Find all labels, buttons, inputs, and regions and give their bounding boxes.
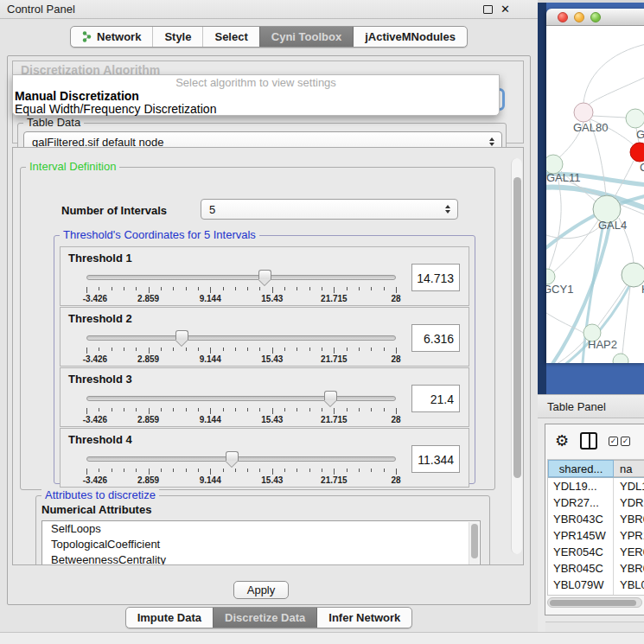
shared-name-cell[interactable]: YBR045C (548, 560, 614, 577)
tab-select[interactable]: Select (202, 27, 258, 47)
name-cell[interactable]: YBR0 (614, 560, 644, 577)
tab-discretize-data[interactable]: Discretize Data (213, 608, 316, 628)
name-cell[interactable]: YLR3 (614, 593, 644, 596)
threshold-slider[interactable]: -3.4262.8599.14415.4321.71528 (86, 328, 396, 363)
slider-tick (247, 408, 248, 411)
slider-tick (359, 348, 360, 351)
slider-tick (384, 469, 385, 472)
shared-name-cell[interactable]: YDL19... (548, 478, 614, 494)
threshold-slider[interactable]: -3.4262.8599.14415.4321.71528 (86, 268, 396, 303)
slider-track[interactable] (86, 456, 396, 462)
slider-thumb[interactable] (175, 330, 188, 345)
network-edge[interactable] (597, 284, 628, 327)
checkbox-icon[interactable]: ✓ (621, 437, 630, 446)
status-strip (0, 632, 644, 644)
threshold-value-field[interactable]: 6.316 (411, 324, 460, 352)
minimize-traffic-light-icon[interactable] (574, 12, 584, 22)
control-panel-titlebar: Control Panel ✕ (0, 0, 538, 19)
table-header-row[interactable]: shared... na (548, 460, 644, 478)
tab-infer-network[interactable]: Infer Network (316, 608, 411, 628)
network-window[interactable]: GAL80GACGAL11GAL4GCY1HHAP2 (546, 9, 644, 363)
attributes-list[interactable]: SelfLoopsTopologicalCoefficientBetweenne… (41, 520, 481, 565)
float-window-icon[interactable] (483, 5, 493, 14)
network-edge[interactable] (588, 78, 644, 105)
slider-tick (334, 348, 335, 354)
selection-mode-icons[interactable]: ✓ ✓ (609, 437, 630, 446)
shared-name-cell[interactable]: YBR043C (548, 511, 614, 527)
algorithm-placeholder: Select algorithm to view settings (13, 76, 499, 90)
threshold-value-field[interactable]: 21.4 (411, 385, 460, 412)
table-row[interactable]: YBR043CYBR0 (548, 511, 644, 527)
slider-tick (186, 408, 187, 411)
table-row[interactable]: YBL079WYBL0 (548, 577, 644, 593)
attribute-list-item[interactable]: TopologicalCoefficient (42, 537, 480, 552)
network-node[interactable] (613, 354, 628, 363)
table-row[interactable]: YER054CYER0 (548, 544, 644, 560)
close-icon[interactable]: ✕ (501, 5, 510, 14)
slider-tick (334, 408, 335, 414)
algorithm-option[interactable]: Equal Width/Frequency Discretization (13, 103, 499, 116)
name-cell[interactable]: YBR0 (614, 511, 644, 527)
threshold-slider[interactable]: -3.4262.8599.14415.4321.71528 (86, 450, 396, 484)
slider-thumb[interactable] (258, 270, 271, 284)
tab-style[interactable]: Style (152, 27, 202, 47)
slider-thumb[interactable] (324, 391, 337, 405)
checkbox-icon[interactable]: ✓ (609, 437, 618, 446)
shared-name-cell[interactable]: YPR145W (548, 527, 614, 544)
name-cell[interactable]: YBL0 (614, 577, 644, 593)
slider-thumb[interactable] (226, 451, 239, 466)
name-cell[interactable]: YPR1 (614, 527, 644, 544)
settings-vertical-scrollbar[interactable] (511, 158, 522, 554)
network-edge[interactable] (583, 43, 644, 103)
column-header-shared-name[interactable]: shared... (548, 460, 614, 477)
network-node[interactable] (574, 103, 593, 122)
column-header-name[interactable]: na (614, 460, 644, 477)
shared-name-cell[interactable]: YBL079W (548, 577, 614, 593)
network-canvas[interactable]: GAL80GACGAL11GAL4GCY1HHAP2 (546, 26, 644, 363)
name-cell[interactable]: YER0 (614, 544, 644, 560)
table-horizontal-scrollbar[interactable] (547, 597, 642, 608)
network-node[interactable] (630, 143, 644, 162)
node-table[interactable]: shared... na YDL19...YDL1YDR27...YDR2YBR… (547, 459, 644, 596)
name-cell[interactable]: YDL1 (614, 478, 644, 494)
table-panel-title: Table Panel (538, 400, 606, 413)
network-node[interactable] (626, 109, 644, 128)
name-cell[interactable]: YDR2 (614, 494, 644, 511)
attribute-list-item[interactable]: SelfLoops (42, 521, 480, 537)
table-row[interactable]: YPR145WYPR1 (548, 527, 644, 544)
slider-tick (371, 469, 372, 472)
attributes-scrollbar[interactable] (469, 522, 479, 565)
slider-tick (309, 408, 310, 411)
close-traffic-light-icon[interactable] (558, 12, 568, 22)
shared-name-cell[interactable]: YDR27... (548, 494, 614, 511)
zoom-traffic-light-icon[interactable] (590, 12, 601, 22)
slider-tick (173, 469, 174, 472)
tab-cyni-toolbox[interactable]: Cyni Toolbox (259, 27, 353, 47)
slider-track[interactable] (86, 396, 396, 401)
apply-button[interactable]: Apply (233, 581, 289, 599)
slider-track[interactable] (86, 275, 396, 280)
table-row[interactable]: YDL19...YDL1 (548, 478, 644, 494)
num-intervals-combobox[interactable]: 5 (201, 199, 458, 220)
shared-name-cell[interactable]: YLR345W (548, 593, 614, 596)
tab-impute-data[interactable]: Impute Data (126, 608, 213, 628)
slider-tick (173, 287, 174, 290)
threshold-value-field[interactable]: 14.713 (411, 264, 460, 291)
network-edge[interactable] (592, 116, 626, 118)
shared-name-cell[interactable]: YER054C (548, 544, 614, 560)
table-row[interactable]: YBR045CYBR0 (548, 560, 644, 577)
gear-icon[interactable]: ⚙ (555, 433, 569, 449)
table-row[interactable]: YDR27...YDR2 (548, 494, 644, 511)
network-edge[interactable] (546, 222, 603, 239)
threshold-slider[interactable]: -3.4262.8599.14415.4321.71528 (86, 389, 396, 424)
table-row[interactable]: YLR345WYLR3 (548, 593, 644, 596)
column-selector-icon[interactable] (580, 432, 597, 450)
attribute-list-item[interactable]: BetweennessCentrality (42, 552, 480, 565)
slider-track[interactable] (86, 335, 396, 341)
tab-jactivemnodules[interactable]: jActiveMNodules (353, 27, 467, 47)
algorithm-option[interactable]: Manual Discretization (13, 90, 499, 103)
tab-network[interactable]: Network (71, 27, 152, 47)
slider-tick (259, 408, 260, 411)
slider-tick (296, 287, 297, 290)
threshold-value-field[interactable]: 11.344 (411, 445, 460, 473)
